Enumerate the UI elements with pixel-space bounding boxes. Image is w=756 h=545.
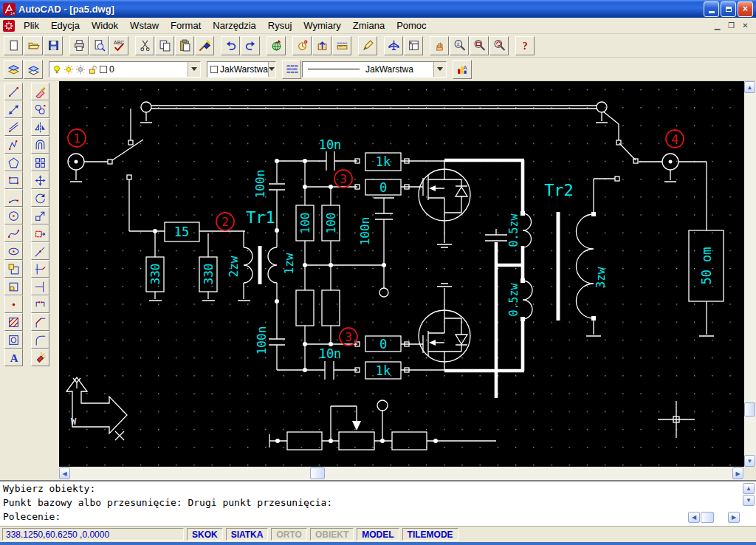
help-button[interactable]: ? [515,36,535,55]
menu-item-wymiary[interactable]: Wymiary [298,18,346,32]
line-button[interactable] [4,83,23,100]
toggle-siatka[interactable]: SIATKA [226,528,269,541]
vertical-scroll-thumb[interactable] [744,402,755,417]
scroll-left-button[interactable]: ◀ [59,467,70,479]
mdi-restore-button[interactable]: ❐ [725,20,738,31]
open-button[interactable] [24,36,43,55]
scroll-right-button[interactable]: ▶ [732,467,743,479]
save-button[interactable] [44,36,63,55]
toggle-skok[interactable]: SKOK [187,528,223,541]
zoom-previous-button[interactable] [489,36,509,55]
fillet-button[interactable] [31,331,49,349]
toggle-obiekt[interactable]: OBIEKT [310,528,354,541]
extend-button[interactable] [31,278,49,295]
arc-button[interactable] [4,189,23,207]
erase-button[interactable] [31,83,49,100]
command-scroll-down-button[interactable]: ▼ [743,495,755,506]
layer-combobox[interactable]: 0 [49,61,201,78]
point-button[interactable] [4,295,23,313]
color-combobox[interactable]: JakWarstwa [207,61,276,78]
hatch-button[interactable] [4,313,23,331]
scroll-down-button[interactable]: ▼ [744,455,755,467]
linetype-combobox[interactable]: JakWarstwa [302,61,447,78]
command-window[interactable]: Wybierz obiekty: Punkt bazowy albo przes… [0,480,756,527]
stretch-button[interactable] [31,224,49,242]
make-block-button[interactable] [4,278,23,295]
lengthen-button[interactable] [31,242,49,260]
insert-block-button[interactable] [4,260,23,278]
print-button[interactable] [69,36,89,55]
construction-line-button[interactable] [4,100,23,118]
mirror-button[interactable] [31,118,49,136]
toggle-orto[interactable]: ORTO [271,528,306,541]
minimize-button[interactable] [704,1,719,17]
close-button[interactable]: × [738,1,753,17]
menu-item-zmiana[interactable]: Zmiana [347,18,391,32]
rotate-button[interactable] [31,189,49,207]
polygon-button[interactable] [4,154,23,171]
command-scroll-right-button[interactable]: ▶ [728,512,740,523]
toggle-model[interactable]: MODEL [357,528,399,541]
launch-browser-button[interactable] [267,36,286,55]
restore-button[interactable] [721,1,736,17]
polyline-button[interactable] [4,136,23,154]
menu-item-edycja[interactable]: Edycja [45,18,86,32]
canvas-horizontal-scrollbar[interactable]: ◀ ▶ [59,467,744,480]
copy-object-button[interactable] [31,100,49,118]
command-vertical-scrollbar[interactable]: ▲ ▼ [742,483,755,515]
horizontal-scroll-thumb[interactable] [310,467,325,479]
rectangle-button[interactable] [4,171,23,189]
command-scroll-left-button[interactable]: ◀ [688,512,700,523]
zoom-realtime-button[interactable]: ± [450,36,469,55]
pan-button[interactable] [430,36,449,55]
scale-button[interactable] [31,207,49,224]
command-horizontal-scrollbar[interactable]: ◀ ▶ [688,512,740,524]
command-scroll-thumb[interactable] [701,512,714,523]
cut-button[interactable] [135,36,154,55]
menu-item-narzędzia[interactable]: Narzędzia [207,18,262,32]
circle-button[interactable] [4,207,23,224]
layer-dropdown-arrow[interactable] [188,62,200,77]
scroll-up-button[interactable]: ▲ [744,81,755,93]
menu-item-plik[interactable]: Plik [18,18,45,32]
redraw-button[interactable] [358,36,377,55]
canvas-vertical-scrollbar[interactable]: ▲ ▼ [744,81,756,467]
paste-button[interactable] [175,36,194,55]
region-button[interactable] [4,331,23,349]
mdi-close-button[interactable]: ✕ [739,20,752,31]
menu-item-widok[interactable]: Widok [86,18,124,32]
undo-button[interactable] [221,36,240,55]
offset-button[interactable] [31,136,49,154]
make-object-layer-current-button[interactable] [4,60,23,79]
object-properties-button[interactable]: A [453,60,472,79]
copy-button[interactable] [155,36,174,55]
linetype-button[interactable] [282,60,301,79]
spline-button[interactable] [4,224,23,242]
tracking-button[interactable] [292,36,312,55]
redo-button[interactable] [241,36,260,55]
aerial-view-button[interactable] [384,36,403,55]
move-button[interactable] [31,171,49,189]
menu-item-pomoc[interactable]: Pomoc [391,18,432,32]
zoom-window-button[interactable] [470,36,489,55]
trim-button[interactable] [31,260,49,278]
array-button[interactable] [31,154,49,171]
print-preview-button[interactable] [89,36,109,55]
break-button[interactable] [31,295,49,313]
ellipse-button[interactable] [4,242,23,260]
menu-item-wstaw[interactable]: Wstaw [124,18,165,32]
linetype-dropdown-arrow[interactable] [433,62,446,77]
menu-item-rysuj[interactable]: Rysuj [262,18,298,32]
ucs-button[interactable] [312,36,331,55]
chamfer-button[interactable] [31,313,49,331]
multiline-button[interactable] [4,118,23,136]
toggle-tilemode[interactable]: TILEMODE [402,528,458,541]
text-button[interactable]: A [4,349,23,366]
spell-check-button[interactable]: ABC [109,36,128,55]
named-views-button[interactable] [404,36,423,55]
new-file-button[interactable] [4,36,23,55]
distance-button[interactable] [332,36,351,55]
menu-item-format[interactable]: Format [165,18,207,32]
color-dropdown-arrow[interactable] [268,62,275,77]
mdi-minimize-button[interactable]: ▁ [711,20,724,31]
